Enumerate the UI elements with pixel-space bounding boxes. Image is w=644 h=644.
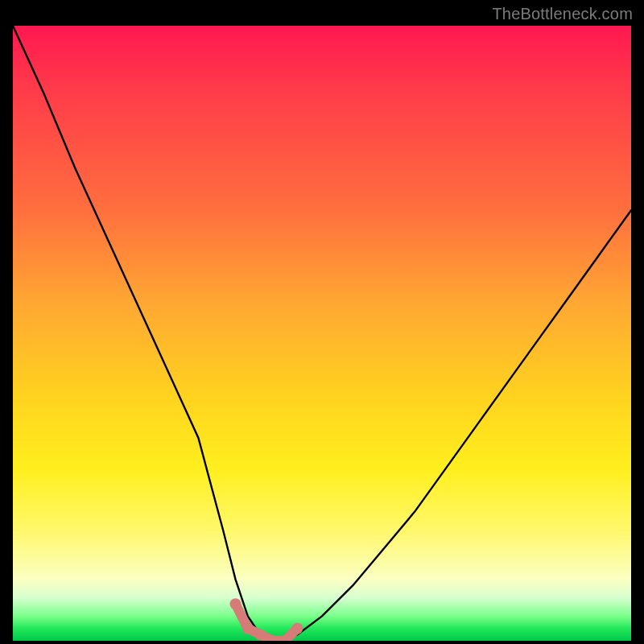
chart-plot-area (13, 26, 631, 641)
bottleneck-curve-path (13, 26, 631, 641)
valley-marker-dot (242, 623, 254, 634)
watermark-text: TheBottleneck.com (492, 5, 633, 23)
valley-marker-group (230, 598, 303, 641)
chart-frame: TheBottleneck.com (0, 0, 644, 644)
valley-marker-dot (230, 598, 242, 609)
valley-marker-dot (254, 629, 266, 640)
chart-svg (13, 26, 631, 641)
valley-marker-dot (291, 623, 303, 634)
